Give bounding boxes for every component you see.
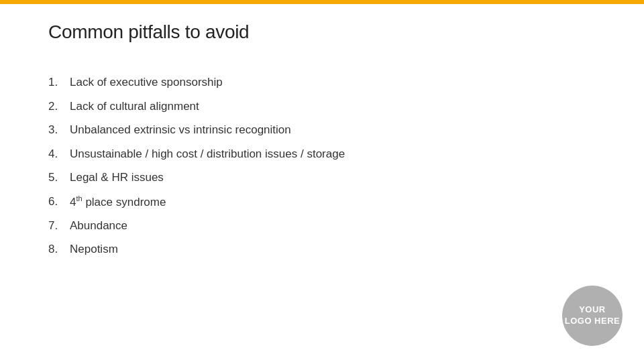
list-item: 7.Abundance bbox=[48, 217, 345, 235]
page-title: Common pitfalls to avoid bbox=[48, 21, 249, 43]
list-number: 5. bbox=[48, 169, 70, 186]
list-item: 5.Legal & HR issues bbox=[48, 169, 345, 186]
list-number: 6. bbox=[48, 193, 70, 210]
list-item: 2.Lack of cultural alignment bbox=[48, 98, 345, 115]
list-number: 1. bbox=[48, 74, 70, 91]
list-text: Nepotism bbox=[70, 241, 118, 258]
top-bar bbox=[0, 0, 644, 4]
list-item: 4.Unsustainable / high cost / distributi… bbox=[48, 145, 345, 163]
list-number: 3. bbox=[48, 121, 70, 139]
list-item: 6.4th place syndrome bbox=[48, 193, 345, 210]
list-item: 3.Unbalanced extrinsic vs intrinsic reco… bbox=[48, 121, 345, 139]
list-text: Abundance bbox=[70, 217, 127, 235]
list-container: 1.Lack of executive sponsorship2.Lack of… bbox=[48, 74, 345, 258]
list-number: 8. bbox=[48, 241, 70, 258]
list-number: 2. bbox=[48, 98, 70, 115]
list-text: Unbalanced extrinsic vs intrinsic recogn… bbox=[70, 121, 291, 139]
content-area: 1.Lack of executive sponsorship2.Lack of… bbox=[48, 74, 345, 265]
list-item: 1.Lack of executive sponsorship bbox=[48, 74, 345, 91]
logo-placeholder: YOURLOGO HERE bbox=[562, 286, 623, 346]
list-text: 4th place syndrome bbox=[70, 193, 166, 210]
list-item: 8.Nepotism bbox=[48, 241, 345, 258]
list-number: 4. bbox=[48, 145, 70, 163]
list-text: Legal & HR issues bbox=[70, 169, 164, 186]
list-text: Lack of executive sponsorship bbox=[70, 74, 223, 91]
list-text: Unsustainable / high cost / distribution… bbox=[70, 145, 345, 163]
list-text: Lack of cultural alignment bbox=[70, 98, 199, 115]
list-number: 7. bbox=[48, 217, 70, 235]
